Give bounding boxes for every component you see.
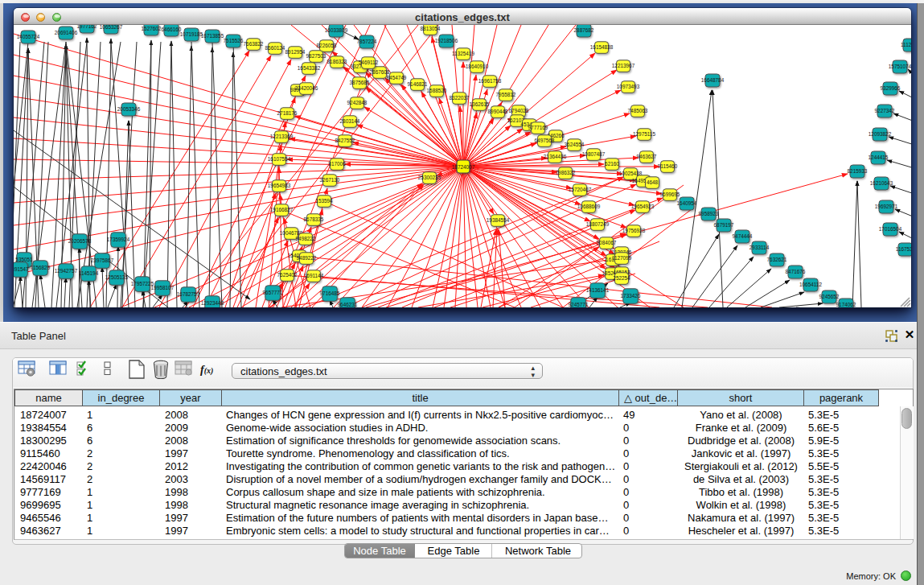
svg-text:2867608: 2867608: [370, 69, 390, 75]
svg-text:4648: 4648: [647, 179, 659, 185]
svg-text:10653267: 10653267: [100, 25, 123, 30]
svg-text:16210643: 16210643: [870, 180, 893, 186]
svg-text:8427552: 8427552: [335, 138, 355, 143]
svg-text:19384554: 19384554: [487, 217, 510, 223]
svg-text:3624554: 3624554: [565, 142, 585, 147]
svg-text:12213967: 12213967: [612, 63, 635, 68]
svg-text:19692971: 19692971: [875, 204, 898, 209]
svg-text:12942757: 12942757: [55, 268, 78, 274]
svg-text:6794028: 6794028: [509, 108, 529, 113]
svg-text:16961758: 16961758: [478, 78, 502, 84]
svg-text:8912954: 8912954: [285, 49, 306, 55]
svg-text:9463627: 9463627: [637, 154, 657, 159]
svg-text:9146821: 9146821: [408, 81, 428, 87]
svg-text:19654983: 19654983: [268, 183, 291, 188]
svg-text:8215933: 8215933: [848, 168, 868, 174]
svg-text:1362615: 1362615: [470, 101, 490, 107]
svg-text:9474444: 9474444: [733, 233, 753, 239]
svg-text:8186323: 8186323: [327, 59, 347, 64]
svg-text:8226058: 8226058: [317, 43, 337, 48]
svg-text:9242848: 9242848: [347, 100, 368, 105]
svg-text:8660124: 8660124: [265, 45, 285, 51]
svg-text:2718176: 2718176: [277, 110, 298, 116]
svg-text:9245771: 9245771: [569, 302, 589, 307]
svg-text:7663822: 7663822: [244, 41, 264, 47]
svg-text:10973493: 10973493: [617, 84, 640, 89]
svg-text:17359924: 17359924: [107, 237, 130, 242]
svg-text:3875685: 3875685: [350, 80, 370, 85]
svg-text:2887682: 2887682: [574, 27, 594, 33]
svg-text:12975115: 12975115: [633, 131, 655, 137]
svg-text:8958923: 8958923: [699, 211, 719, 216]
svg-text:23420046: 23420046: [295, 85, 318, 91]
svg-text:9827503: 9827503: [306, 53, 326, 59]
svg-text:1145194: 1145194: [79, 270, 99, 276]
svg-text:9084067: 9084067: [597, 240, 617, 245]
svg-text:20053346: 20053346: [117, 106, 141, 112]
svg-text:16713855: 16713855: [201, 33, 224, 39]
svg-text:8322037: 8322037: [450, 95, 470, 101]
svg-text:9716485: 9716485: [320, 290, 340, 296]
svg-text:9699695: 9699695: [660, 192, 680, 197]
svg-text:18640910: 18640910: [466, 64, 489, 69]
svg-text:1977162: 1977162: [77, 25, 97, 29]
svg-text:391547: 391547: [14, 266, 29, 272]
svg-text:9646231: 9646231: [338, 302, 358, 307]
svg-text:2803144: 2803144: [340, 118, 360, 124]
svg-text:7485063: 7485063: [628, 108, 648, 113]
svg-text:10719185: 10719185: [180, 31, 203, 37]
svg-text:1733426: 1733426: [621, 293, 641, 299]
svg-text:252254: 252254: [613, 275, 630, 281]
svg-text:7857224: 7857224: [357, 39, 377, 44]
svg-text:8454749: 8454749: [387, 75, 407, 80]
svg-text:9115460: 9115460: [658, 163, 678, 169]
svg-text:6466160: 6466160: [162, 27, 182, 32]
svg-text:17016504: 17016504: [879, 226, 902, 232]
svg-text:7625402: 7625402: [277, 272, 298, 278]
svg-text:7986322: 7986322: [556, 170, 576, 175]
svg-text:12213369: 12213369: [270, 134, 294, 139]
svg-text:12093822: 12093822: [869, 131, 892, 137]
svg-text:16107554: 16107554: [268, 156, 291, 162]
svg-text:9245652: 9245652: [819, 294, 840, 299]
svg-text:18724007: 18724007: [452, 164, 475, 170]
svg-text:1640954: 1640954: [677, 200, 697, 206]
svg-text:16154838: 16154838: [590, 44, 614, 50]
svg-text:15751074: 15751074: [889, 64, 911, 69]
svg-text:19958107: 19958107: [151, 285, 175, 290]
svg-text:8990448: 8990448: [488, 109, 508, 114]
svg-text:10654112: 10654112: [799, 282, 822, 287]
svg-text:11325419: 11325419: [452, 51, 474, 56]
svg-text:7955812: 7955812: [496, 92, 516, 97]
svg-text:62160: 62160: [605, 161, 619, 167]
svg-text:18807249: 18807249: [586, 221, 610, 227]
svg-text:6497568: 6497568: [535, 138, 555, 143]
svg-text:19166827: 19166827: [270, 207, 294, 212]
svg-text:1167534: 1167534: [896, 246, 911, 252]
svg-text:16033809: 16033809: [325, 27, 348, 33]
svg-text:8813054: 8813054: [421, 26, 441, 31]
svg-text:9498222: 9498222: [296, 236, 316, 241]
svg-text:3267130: 3267130: [320, 177, 340, 183]
svg-text:9174062: 9174062: [836, 302, 856, 307]
svg-text:23975867: 23975867: [91, 257, 114, 263]
svg-text:6879197: 6879197: [714, 222, 734, 228]
svg-text:20206578: 20206578: [68, 238, 92, 244]
svg-text:16543382: 16543382: [298, 65, 321, 71]
svg-text:14136141: 14136141: [586, 287, 610, 293]
svg-text:10688609: 10688609: [577, 204, 601, 209]
svg-text:1156829: 1156829: [31, 265, 51, 270]
svg-text:9489222: 9489222: [297, 255, 317, 261]
svg-text:9777169: 9777169: [528, 125, 548, 130]
svg-text:9227342: 9227342: [875, 108, 895, 113]
svg-text:1691144: 1691144: [304, 273, 324, 278]
svg-text:19218506: 19218506: [435, 38, 458, 43]
svg-text:1527602: 1527602: [142, 26, 162, 31]
svg-text:1244415: 1244415: [869, 154, 889, 160]
svg-text:10807487: 10807487: [582, 151, 606, 157]
svg-text:1127099: 1127099: [612, 255, 632, 261]
svg-text:7515526: 7515526: [224, 38, 244, 43]
svg-text:7632621: 7632621: [767, 257, 787, 262]
svg-text:21364436: 21364436: [544, 154, 567, 159]
svg-text:1112734: 1112734: [901, 42, 911, 47]
